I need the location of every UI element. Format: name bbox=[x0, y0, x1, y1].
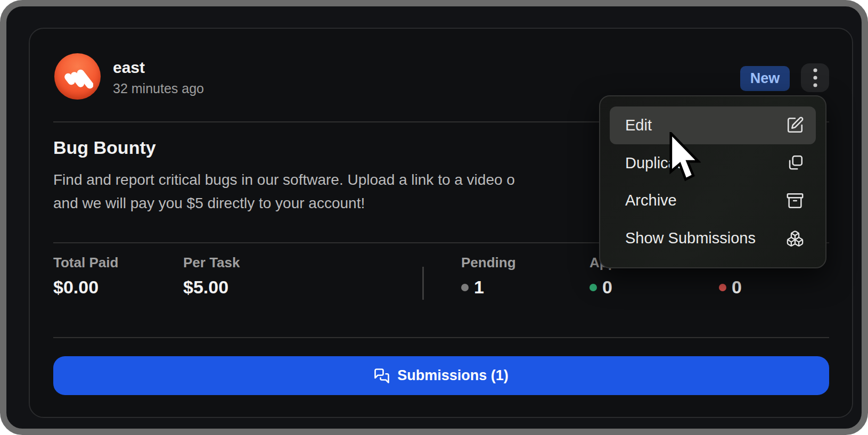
stat-number-approved: 0 bbox=[602, 277, 612, 298]
stat-number-denied: 0 bbox=[732, 277, 742, 298]
menu-item-duplicate[interactable]: Duplicate bbox=[610, 144, 816, 182]
edit-icon bbox=[786, 116, 804, 134]
menu-item-duplicate-label: Duplicate bbox=[625, 154, 786, 172]
chat-bubbles-icon bbox=[374, 368, 390, 384]
task-title: Bug Bounty bbox=[53, 137, 156, 158]
kebab-menu-icon bbox=[813, 68, 818, 88]
menu-item-edit[interactable]: Edit bbox=[610, 106, 816, 144]
stat-label-total-paid: Total Paid bbox=[53, 255, 118, 271]
submissions-button[interactable]: Submissions (1) bbox=[53, 356, 829, 395]
stat-label-pending: Pending bbox=[461, 255, 516, 271]
mouse-cursor-icon bbox=[668, 132, 701, 183]
cubes-icon bbox=[786, 229, 804, 248]
menu-item-edit-label: Edit bbox=[625, 117, 786, 134]
approved-dot-icon bbox=[589, 284, 597, 291]
denied-dot-icon bbox=[719, 284, 726, 291]
stat-label-per-task: Per Task bbox=[183, 255, 240, 271]
submissions-button-label: Submissions (1) bbox=[397, 367, 509, 384]
stats-vertical-divider bbox=[422, 267, 424, 300]
pending-dot-icon bbox=[461, 284, 469, 291]
status-badge-new: New bbox=[740, 66, 790, 91]
east-logo-icon bbox=[62, 61, 93, 92]
stat-value-approved: 0 bbox=[589, 277, 612, 298]
archive-icon bbox=[786, 192, 804, 210]
context-menu: Edit Duplicate Archive bbox=[599, 95, 826, 268]
menu-item-show-submissions-label: Show Submissions bbox=[625, 229, 786, 247]
app-window: east 32 minutes ago New Bug Bounty Find … bbox=[0, 0, 868, 435]
stats-divider bbox=[53, 337, 829, 338]
duplicate-icon bbox=[786, 154, 804, 172]
stat-value-total-paid: $0.00 bbox=[53, 277, 99, 298]
menu-item-show-submissions[interactable]: Show Submissions bbox=[610, 219, 816, 257]
author-name: east bbox=[113, 59, 145, 77]
menu-item-archive-label: Archive bbox=[625, 192, 786, 209]
stat-value-per-task: $5.00 bbox=[183, 277, 228, 298]
stat-value-pending: 1 bbox=[461, 277, 484, 298]
stat-value-denied: 0 bbox=[719, 277, 742, 298]
post-timestamp: 32 minutes ago bbox=[113, 81, 204, 96]
screenshot-stage: east 32 minutes ago New Bug Bounty Find … bbox=[0, 0, 868, 435]
avatar bbox=[54, 53, 101, 100]
kebab-menu-button[interactable] bbox=[801, 63, 829, 92]
menu-item-archive[interactable]: Archive bbox=[610, 182, 816, 220]
stat-number-pending: 1 bbox=[474, 277, 484, 298]
